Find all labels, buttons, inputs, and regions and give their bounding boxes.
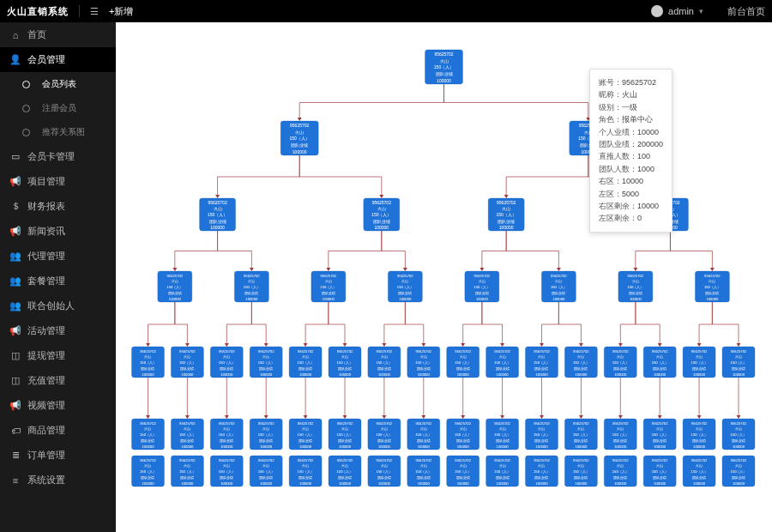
sidebar-item[interactable]: ◫提现管理 (0, 343, 116, 368)
svg-text:150（人）: 150（人） (497, 212, 516, 217)
svg-text:95625702: 95625702 (258, 349, 274, 354)
sidebar-item[interactable]: ≡系统设置 (0, 468, 116, 493)
sidebar-item[interactable]: 👥代理管理 (0, 244, 116, 269)
svg-text:150（人）: 150（人） (534, 432, 550, 437)
sidebar-item[interactable]: ≣订单管理 (0, 443, 116, 468)
svg-text:团队业绩: 团队业绩 (141, 366, 154, 371)
svg-text:150（人）: 150（人） (494, 469, 510, 474)
svg-text:95625702: 95625702 (298, 458, 314, 462)
sidebar-item[interactable]: ◫充值管理 (0, 368, 116, 393)
svg-text:100000: 100000 (293, 149, 307, 154)
svg-text:团队业绩: 团队业绩 (220, 438, 233, 443)
sidebar-item[interactable]: ⌂首页 (0, 22, 116, 47)
chevron-down-icon[interactable]: ▾ (699, 7, 703, 15)
svg-text:150（人）: 150（人） (166, 285, 183, 289)
svg-text:150（人）: 150（人） (290, 136, 310, 141)
list-icon: ≣ (10, 450, 21, 461)
svg-text:火山: 火山 (420, 463, 427, 468)
card-icon: ▭ (10, 152, 21, 162)
svg-text:150（人）: 150（人） (336, 360, 353, 365)
sidebar-subitem[interactable]: 推荐关系图 (0, 120, 116, 144)
svg-text:火山: 火山 (302, 426, 309, 431)
sidebar-subitem[interactable]: 注册会员 (0, 96, 116, 120)
svg-text:100000: 100000 (437, 78, 451, 83)
sidebar-item[interactable]: 👥套餐管理 (0, 269, 116, 293)
sidebar-item[interactable]: 📢视频管理 (0, 393, 116, 418)
add-button[interactable]: +新增 (109, 5, 133, 18)
avatar[interactable] (651, 5, 663, 17)
svg-text:火山: 火山 (709, 279, 715, 283)
svg-text:95625702: 95625702 (731, 458, 747, 462)
svg-text:团队业绩: 团队业绩 (244, 291, 258, 295)
svg-text:100000: 100000 (339, 481, 352, 486)
svg-text:150（人）: 150（人） (455, 469, 471, 474)
sidebar-item[interactable]: 👥联合创始人 (0, 293, 116, 318)
svg-text:150（人）: 150（人） (298, 432, 314, 437)
svg-text:火山: 火山 (735, 354, 742, 359)
svg-text:150（人）: 150（人） (494, 360, 510, 365)
svg-text:95625702: 95625702 (731, 421, 747, 426)
svg-text:95625702: 95625702 (219, 421, 235, 426)
svg-text:火山: 火山 (460, 426, 467, 431)
popover-row: 昵称：火山 (599, 88, 663, 100)
svg-marker-181 (618, 343, 623, 347)
svg-text:150（人）: 150（人） (704, 285, 721, 289)
svg-text:95625702: 95625702 (219, 458, 235, 462)
sidebar-item[interactable]: ＄财务报表 (0, 194, 116, 219)
svg-text:100000: 100000 (220, 444, 233, 449)
megaphone-icon: 📢 (10, 177, 21, 187)
user-name[interactable]: admin (668, 6, 694, 16)
svg-text:100000: 100000 (497, 444, 510, 449)
svg-marker-39 (504, 195, 509, 198)
svg-marker-176 (421, 343, 425, 347)
svg-text:150（人）: 150（人） (415, 469, 431, 474)
svg-text:火山: 火山 (656, 463, 663, 468)
sidebar-item-label: 提现管理 (27, 349, 65, 362)
svg-marker-175 (382, 343, 386, 347)
sidebar-item[interactable]: 🏷商品管理 (0, 418, 116, 443)
svg-text:火山: 火山 (248, 279, 255, 283)
svg-text:团队业绩: 团队业绩 (705, 291, 719, 295)
sidebar-item[interactable]: 📢活动管理 (0, 318, 116, 343)
svg-text:火山: 火山 (696, 354, 703, 359)
sidebar-item-label: 套餐管理 (27, 275, 65, 287)
money-icon: ＄ (10, 202, 21, 212)
svg-text:火山: 火山 (617, 463, 624, 468)
svg-text:100000: 100000 (535, 481, 548, 486)
svg-text:95625702: 95625702 (140, 421, 156, 426)
org-tree[interactable]: 95625702火山150（人）团队业绩10000095625702火山150（… (116, 22, 772, 532)
svg-marker-306 (579, 415, 583, 419)
svg-text:团队业绩: 团队业绩 (732, 366, 745, 371)
svg-marker-88 (710, 268, 715, 271)
sidebar-item[interactable]: ▭会员卡管理 (0, 144, 116, 169)
sidebar-item-label: 项目管理 (27, 175, 65, 188)
svg-text:150（人）: 150（人） (573, 469, 589, 474)
svg-text:火山: 火山 (214, 206, 222, 211)
svg-marker-207 (225, 415, 229, 419)
svg-text:100000: 100000 (552, 297, 565, 301)
sidebar-item[interactable]: 📢项目管理 (0, 169, 116, 194)
svg-text:150（人）: 150（人） (494, 432, 510, 437)
sidebar-subitem[interactable]: 会员列表 (0, 72, 116, 96)
svg-text:火山: 火山 (377, 206, 386, 211)
svg-text:150（人）: 150（人） (455, 432, 471, 437)
sidebar-item-label: 充值管理 (27, 374, 65, 387)
svg-marker-178 (500, 343, 504, 347)
svg-text:150（人）: 150（人） (298, 469, 314, 474)
svg-text:火山: 火山 (262, 463, 269, 468)
svg-text:火山: 火山 (577, 354, 584, 359)
svg-text:100000: 100000 (476, 297, 489, 301)
front-link[interactable]: 前台首页 (727, 5, 765, 18)
menu-toggle-icon[interactable]: ☰ (90, 6, 99, 17)
content-area: 95625702火山150（人）团队业绩10000095625702火山150（… (116, 22, 772, 532)
ring-icon (22, 81, 30, 88)
svg-marker-350 (736, 415, 740, 419)
sidebar-item[interactable]: 👤会员管理 (0, 47, 116, 72)
svg-marker-172 (264, 343, 268, 347)
svg-marker-85 (479, 268, 484, 271)
sidebar-item[interactable]: 📢新闻资讯 (0, 219, 116, 244)
svg-text:100000: 100000 (457, 481, 470, 486)
svg-marker-82 (250, 268, 254, 271)
svg-text:团队业绩: 团队业绩 (209, 219, 226, 224)
svg-text:150（人）: 150（人） (179, 432, 196, 437)
